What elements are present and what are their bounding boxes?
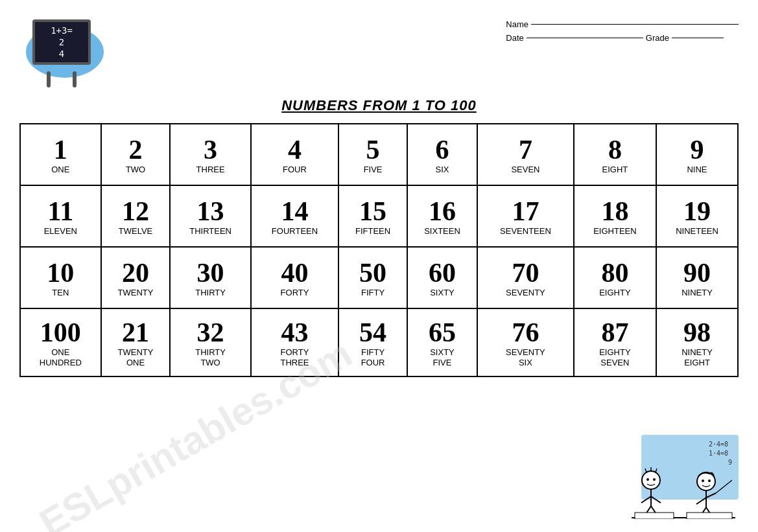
name-input-line[interactable]: [531, 24, 739, 25]
number: 90: [683, 258, 711, 288]
number: 98: [683, 318, 711, 347]
number: 8: [608, 135, 622, 165]
word: THREE: [196, 165, 225, 175]
chalkboard-body: 1+3=24: [32, 19, 91, 65]
svg-line-2: [641, 496, 651, 503]
table-cell: 21TWENTYONE: [101, 308, 171, 376]
table-cell: 14FOURTEEN: [251, 185, 339, 247]
number: 100: [40, 318, 81, 347]
word: FOURTEEN: [272, 226, 318, 237]
table-cell: 43FORTYTHREE: [251, 308, 339, 376]
word: NINETYEIGHT: [681, 347, 713, 367]
name-row: Name: [506, 19, 739, 29]
kids-drawing: [628, 467, 739, 519]
name-fields: Name Date Grade: [506, 19, 739, 43]
word: THIRTYTWO: [195, 347, 226, 367]
number: 4: [288, 135, 302, 165]
word: THIRTEEN: [189, 226, 231, 237]
number: 14: [281, 196, 308, 226]
number: 20: [122, 258, 149, 288]
number: 30: [197, 258, 224, 288]
grade-input-line[interactable]: [672, 38, 724, 38]
table-row-2: 11ELEVEN 12TWELVE 13THIRTEEN 14FOURTEEN …: [20, 185, 738, 247]
table-cell: 70SEVENTY: [477, 247, 574, 308]
chalkboard-leg-right: [73, 71, 77, 87]
number: 54: [359, 318, 386, 347]
number: 18: [601, 196, 628, 226]
number: 3: [204, 135, 217, 165]
date-row: Date Grade: [506, 33, 739, 43]
number: 10: [47, 258, 74, 288]
number: 7: [519, 135, 532, 165]
svg-point-19: [708, 480, 711, 482]
svg-point-0: [642, 471, 660, 489]
word: EIGHTYSEVEN: [599, 347, 630, 367]
word: TWELVE: [119, 226, 153, 237]
number: 50: [359, 258, 386, 288]
table-cell: 65SIXTYFIVE: [407, 308, 477, 376]
svg-rect-22: [687, 513, 732, 519]
bottom-illustration: 2·4=81·4=8 9: [628, 435, 739, 519]
table-cell: 3THREE: [170, 124, 250, 185]
word: SEVENTEEN: [500, 226, 551, 237]
table-cell: 50FIFTY: [338, 247, 407, 308]
svg-line-8: [656, 468, 657, 472]
number: 12: [122, 196, 149, 226]
number: 15: [359, 196, 386, 226]
table-cell: 11ELEVEN: [20, 185, 101, 247]
table-cell: 12TWELVE: [101, 185, 171, 247]
header: 1+3=24 Name Date Grade: [19, 13, 739, 91]
number: 32: [197, 318, 224, 347]
word: FIFTYFOUR: [361, 347, 385, 367]
table-cell: 80EIGHTY: [574, 247, 656, 308]
number: 16: [429, 196, 456, 226]
table-row-4: 100ONEHUNDRED 21TWENTYONE 32THIRTYTWO 43…: [20, 308, 738, 376]
chalkboard-leg-left: [47, 71, 51, 87]
number: 65: [429, 318, 456, 347]
svg-line-13: [696, 498, 706, 504]
word: TEN: [52, 288, 69, 298]
number: 80: [601, 258, 628, 288]
table-cell: 2TWO: [101, 124, 171, 185]
number: 5: [366, 135, 380, 165]
table-cell: 8EIGHT: [574, 124, 656, 185]
word: EIGHT: [602, 165, 628, 175]
number: 87: [601, 318, 628, 347]
word: SIX: [436, 165, 449, 175]
table-cell: 90NINETY: [656, 247, 738, 308]
word: FIVE: [364, 165, 383, 175]
word: NINETEEN: [676, 226, 718, 237]
word: FORTYTHREE: [280, 347, 309, 367]
table-cell: 17SEVENTEEN: [477, 185, 574, 247]
table-cell: 32THIRTYTWO: [170, 308, 250, 376]
table-cell: 7SEVEN: [477, 124, 574, 185]
word: SIXTEEN: [424, 226, 460, 237]
word: NINETY: [681, 288, 713, 298]
number: 1: [54, 135, 67, 165]
chalkboard-legs: [36, 71, 88, 87]
number: 76: [512, 318, 539, 347]
word: SEVENTYSIX: [506, 347, 545, 367]
chalkboard-illustration: 1+3=24: [19, 13, 110, 91]
table-cell: 6SIX: [407, 124, 477, 185]
number: 21: [122, 318, 149, 347]
date-label: Date: [506, 33, 523, 43]
word: TWENTYONE: [118, 347, 154, 367]
number: 40: [281, 258, 308, 288]
svg-point-9: [646, 478, 649, 481]
word: ONEHUNDRED: [40, 347, 82, 367]
table-cell: 100ONEHUNDRED: [20, 308, 101, 376]
word: THIRTY: [195, 288, 226, 298]
chalkboard-text: 1+3=24: [51, 25, 73, 60]
table-cell: 1ONE: [20, 124, 101, 185]
date-input-line[interactable]: [527, 38, 643, 38]
main-title: NUMBERS FROM 1 TO 100: [281, 97, 477, 113]
word: SEVEN: [511, 165, 539, 175]
page: 1+3=24 Name Date Grade NUMBERS FROM 1 TO…: [0, 0, 758, 532]
table-cell: 5FIVE: [338, 124, 407, 185]
table-cell: 76SEVENTYSIX: [477, 308, 574, 376]
svg-line-14: [706, 493, 716, 498]
table-cell: 19NINETEEN: [656, 185, 738, 247]
table-cell: 16SIXTEEN: [407, 185, 477, 247]
svg-line-3: [651, 496, 661, 503]
